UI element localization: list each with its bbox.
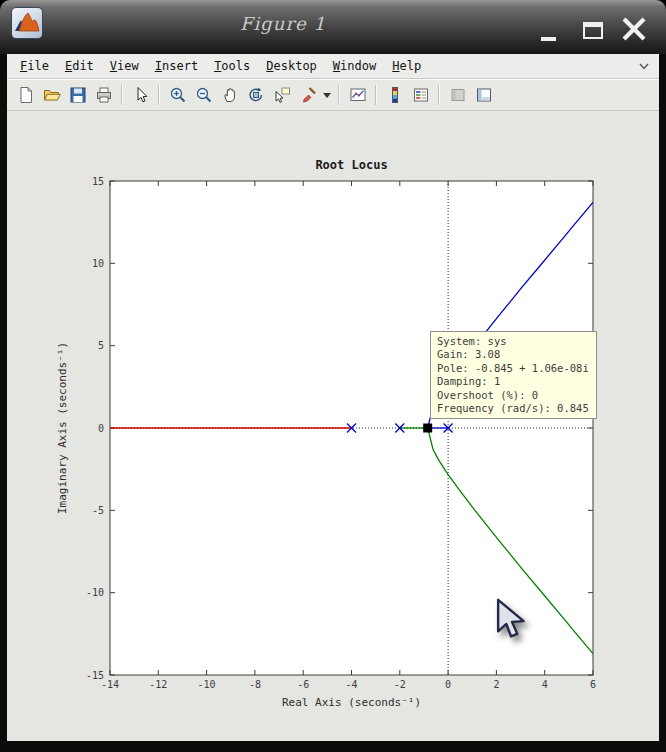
- close-button[interactable]: [618, 13, 650, 45]
- insert-legend-icon: [412, 86, 430, 104]
- save-button[interactable]: [65, 83, 90, 107]
- toolbar-separator: [158, 85, 160, 105]
- menubar: File Edit View Insert Tools Desktop Wind…: [7, 54, 659, 79]
- menu-insert[interactable]: Insert: [155, 59, 198, 73]
- new-file-button[interactable]: [13, 83, 38, 107]
- datatip-line-gain: Gain: 3.08: [437, 348, 590, 361]
- rotate-3d-icon: [247, 86, 265, 104]
- brush-button[interactable]: [295, 83, 320, 107]
- close-icon: [618, 13, 650, 45]
- maximize-icon: [580, 18, 606, 43]
- open-file-button[interactable]: [39, 83, 64, 107]
- brush-dropdown-icon: [323, 93, 331, 98]
- root-locus-plot[interactable]: -14-12-10-8-6-4-20246-15-10-5051015Root …: [7, 111, 659, 741]
- pointer-button[interactable]: [128, 83, 153, 107]
- figure-window: Figure 1 File Edit View Insert Tools Des…: [0, 0, 666, 752]
- x-tick-label: -8: [249, 679, 261, 690]
- x-tick-label: -14: [101, 679, 119, 690]
- x-tick-label: -10: [198, 679, 216, 690]
- mouse-cursor: [496, 598, 530, 646]
- open-file-icon: [43, 86, 61, 104]
- toolbar-separator: [121, 85, 123, 105]
- datatip-line-pole: Pole: -0.845 + 1.06e-08i: [437, 362, 590, 375]
- print-icon: [95, 86, 113, 104]
- menu-window[interactable]: Window: [333, 59, 376, 73]
- figure-canvas[interactable]: -14-12-10-8-6-4-20246-15-10-5051015Root …: [7, 111, 659, 741]
- x-tick-label: -12: [149, 679, 167, 690]
- datatip-line-overshoot: Overshoot (%): 0: [437, 389, 590, 402]
- insert-legend-button[interactable]: [408, 83, 433, 107]
- y-axis-label: Imaginary Axis (seconds⁻¹): [56, 342, 69, 514]
- maximize-button[interactable]: [580, 18, 606, 43]
- x-tick-label: 6: [590, 679, 596, 690]
- zoom-out-icon: [195, 86, 213, 104]
- minimize-button[interactable]: [536, 29, 560, 43]
- insert-colorbar-icon: [386, 86, 404, 104]
- y-tick-label: 15: [92, 176, 104, 187]
- data-cursor-icon: [273, 86, 291, 104]
- zoom-out-button[interactable]: [191, 83, 216, 107]
- new-file-icon: [17, 86, 35, 104]
- window-title: Figure 1: [0, 13, 566, 34]
- menu-tools[interactable]: Tools: [214, 59, 250, 73]
- menu-help[interactable]: Help: [392, 59, 421, 73]
- selected-point-marker: [423, 424, 432, 433]
- pan-hand-icon: [221, 86, 239, 104]
- print-button[interactable]: [91, 83, 116, 107]
- rotate-3d-button[interactable]: [243, 83, 268, 107]
- x-tick-label: 0: [445, 679, 451, 690]
- x-tick-label: 2: [493, 679, 499, 690]
- link-plots-icon: [349, 86, 367, 104]
- save-icon: [69, 86, 87, 104]
- datatip-line-damping: Damping: 1: [437, 375, 590, 388]
- chart-title: Root Locus: [315, 158, 387, 172]
- mouse-cursor-icon: [496, 598, 530, 642]
- toolbar: [7, 79, 659, 111]
- window-body: File Edit View Insert Tools Desktop Wind…: [7, 54, 659, 741]
- y-tick-label: 10: [92, 258, 104, 269]
- datatip[interactable]: System: sys Gain: 3.08 Pole: -0.845 + 1.…: [430, 331, 597, 419]
- y-tick-label: 0: [98, 423, 104, 434]
- toolbar-separator: [375, 85, 377, 105]
- menu-overflow-button[interactable]: [639, 63, 649, 70]
- pointer-icon: [132, 86, 150, 104]
- x-axis-label: Real Axis (seconds⁻¹): [282, 696, 421, 709]
- datatip-line-frequency: Frequency (rad/s): 0.845: [437, 402, 590, 415]
- x-tick-label: 4: [542, 679, 548, 690]
- menu-view[interactable]: View: [110, 59, 139, 73]
- menu-desktop[interactable]: Desktop: [266, 59, 317, 73]
- brush-dropdown-button[interactable]: [321, 83, 333, 107]
- hide-plot-tools-icon: [449, 86, 467, 104]
- zoom-in-button[interactable]: [165, 83, 190, 107]
- toolbar-separator: [338, 85, 340, 105]
- datatip-line-system: System: sys: [437, 335, 590, 348]
- y-tick-label: -10: [86, 587, 104, 598]
- x-tick-label: -6: [297, 679, 309, 690]
- titlebar[interactable]: Figure 1: [0, 0, 666, 54]
- zoom-in-icon: [169, 86, 187, 104]
- show-plot-tools-button[interactable]: [471, 83, 496, 107]
- x-tick-label: -2: [394, 679, 406, 690]
- brush-icon: [299, 86, 317, 104]
- hide-plot-tools-button[interactable]: [445, 83, 470, 107]
- pan-button[interactable]: [217, 83, 242, 107]
- toolbar-separator: [438, 85, 440, 105]
- minimize-icon: [541, 37, 556, 41]
- show-plot-tools-icon: [475, 86, 493, 104]
- menu-edit[interactable]: Edit: [65, 59, 94, 73]
- x-tick-label: -4: [345, 679, 357, 690]
- data-cursor-button[interactable]: [269, 83, 294, 107]
- chevron-down-icon: [639, 63, 649, 70]
- root-locus-plot-container: -14-12-10-8-6-4-20246-15-10-5051015Root …: [7, 111, 659, 741]
- menu-file[interactable]: File: [20, 59, 49, 73]
- insert-colorbar-button[interactable]: [382, 83, 407, 107]
- link-plots-button[interactable]: [345, 83, 370, 107]
- y-tick-label: 5: [98, 340, 104, 351]
- y-tick-label: -5: [92, 505, 104, 516]
- y-tick-label: -15: [86, 670, 104, 681]
